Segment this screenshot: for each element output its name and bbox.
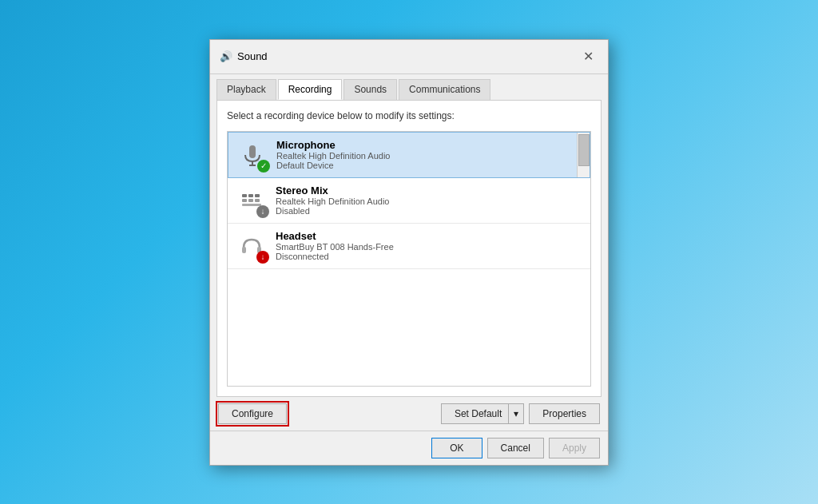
properties-button[interactable]: Properties [529,403,600,424]
tab-playback[interactable]: Playback [216,79,276,100]
configure-button[interactable]: Configure [218,403,287,424]
instruction-text: Select a recording device below to modif… [227,110,591,121]
svg-rect-3 [242,194,247,197]
stereo-mix-info: Stereo Mix Realtek High Definition Audio… [276,185,389,216]
svg-rect-10 [242,247,246,253]
svg-rect-5 [255,194,260,197]
title-bar-left: 🔊 Sound [220,50,268,63]
microphone-badge: ✓ [257,160,270,173]
headset-sub: SmartBuy BT 008 Hands-Free [276,242,394,252]
tab-recording[interactable]: Recording [278,79,343,100]
close-button[interactable]: ✕ [578,46,598,67]
bottom-bar: Configure Set Default ▾ Properties [210,397,608,431]
headset-name: Headset [276,230,394,242]
stereo-mix-badge: ↓ [256,205,269,218]
svg-rect-8 [255,199,260,202]
device-item-headset[interactable]: ↓ Headset SmartBuy BT 008 Hands-Free Dis… [228,224,590,269]
microphone-icon-wrap: ✓ [236,139,268,171]
sound-dialog: 🔊 Sound ✕ Playback Recording Sounds Comm… [209,39,609,466]
device-item-stereo-mix[interactable]: ↓ Stereo Mix Realtek High Definition Aud… [228,178,590,224]
apply-button[interactable]: Apply [549,438,600,458]
svg-rect-6 [242,199,247,202]
footer: OK Cancel Apply [210,431,608,465]
tab-sounds[interactable]: Sounds [343,79,397,100]
microphone-info: Microphone Realtek High Definition Audio… [276,139,390,170]
headset-status: Disconnected [276,252,394,261]
title-bar: 🔊 Sound ✕ [210,40,608,74]
device-list: ✓ Microphone Realtek High Definition Aud… [227,131,591,387]
tabs-bar: Playback Recording Sounds Communications [210,74,608,100]
stereo-mix-icon-wrap: ↓ [236,185,268,216]
bottom-right-buttons: Set Default ▾ Properties [441,403,600,424]
set-default-button[interactable]: Set Default [441,403,508,424]
bottom-left-buttons: Configure [218,403,287,424]
headset-badge: ↓ [256,251,269,264]
main-content: Select a recording device below to modif… [216,100,602,397]
dialog-title: Sound [237,50,268,62]
microphone-sub: Realtek High Definition Audio [276,151,390,161]
headset-icon-wrap: ↓ [236,230,268,262]
svg-rect-4 [248,194,253,197]
microphone-status: Default Device [276,161,390,170]
cancel-button[interactable]: Cancel [487,438,544,458]
set-default-group: Set Default ▾ [441,403,524,424]
svg-rect-9 [242,204,261,206]
svg-rect-0 [249,145,256,158]
stereo-mix-status: Disabled [276,206,389,216]
headset-info: Headset SmartBuy BT 008 Hands-Free Disco… [276,230,394,261]
microphone-name: Microphone [276,139,390,151]
svg-rect-7 [248,199,253,202]
stereo-mix-sub: Realtek High Definition Audio [276,196,389,206]
stereo-mix-name: Stereo Mix [276,185,389,196]
device-item-microphone[interactable]: ✓ Microphone Realtek High Definition Aud… [228,132,590,178]
tab-communications[interactable]: Communications [399,79,490,100]
scrollbar[interactable] [577,133,590,177]
scroll-thumb [578,134,590,166]
sound-icon: 🔊 [220,50,232,63]
set-default-arrow-button[interactable]: ▾ [508,403,524,424]
ok-button[interactable]: OK [431,438,482,458]
chevron-down-icon: ▾ [514,408,518,419]
